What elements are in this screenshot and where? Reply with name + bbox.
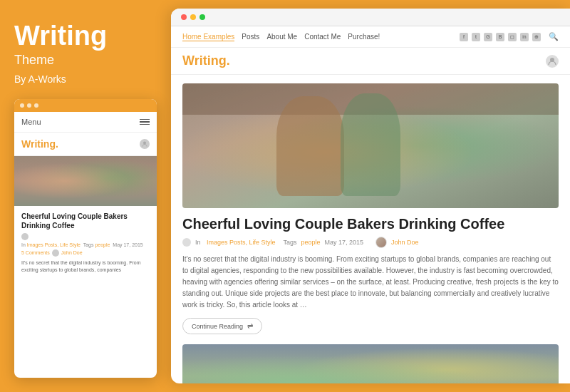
- meta-date: May 17, 2015: [324, 239, 363, 246]
- site-logo: Writing.: [182, 53, 230, 68]
- featured-post-title: Cheerful Loving Couple Bakers Drinking C…: [182, 215, 559, 232]
- mobile-menu-bar: Menu: [14, 112, 157, 133]
- featured-post: Cheerful Loving Couple Bakers Drinking C…: [182, 83, 559, 334]
- main-content: Cheerful Loving Couple Bakers Drinking C…: [171, 75, 570, 383]
- search-icon[interactable]: 🔍: [549, 32, 559, 41]
- mobile-post-image: [14, 156, 157, 206]
- meta-tags: people: [301, 239, 320, 246]
- site-header: Writing.: [171, 48, 570, 75]
- featured-post-meta: In Images Posts, Life Style Tags people …: [182, 237, 559, 248]
- theme-title: Writing: [14, 21, 157, 51]
- nav-link-posts[interactable]: Posts: [242, 33, 259, 41]
- social-box-icon[interactable]: ◻: [508, 33, 517, 41]
- mobile-dot-3: [34, 103, 38, 108]
- site-content: Home Examples Posts About Me Contact Me …: [171, 26, 570, 383]
- nav-link-contact[interactable]: Contact Me: [304, 33, 341, 41]
- social-facebook-icon[interactable]: f: [460, 33, 468, 41]
- site-nav-links: Home Examples Posts About Me Contact Me …: [182, 33, 380, 41]
- social-instagram-icon[interactable]: in: [520, 33, 529, 41]
- site-user-icon[interactable]: [546, 55, 559, 68]
- mobile-dot-1: [20, 103, 24, 108]
- browser-dot-green[interactable]: [200, 14, 205, 20]
- nav-link-about[interactable]: About Me: [266, 33, 297, 41]
- mobile-dot-2: [27, 103, 31, 108]
- mobile-author-avatar: [52, 249, 59, 257]
- mobile-preview: Menu Writing. Cheerful Loving Couple Bak…: [14, 99, 157, 378]
- site-nav: Home Examples Posts About Me Contact Me …: [171, 26, 570, 48]
- mobile-user-icon[interactable]: [140, 139, 150, 149]
- social-rss-icon[interactable]: ⊕: [532, 33, 541, 41]
- svg-point-0: [143, 141, 146, 144]
- mobile-logo: Writing.: [21, 138, 58, 150]
- browser-dot-red[interactable]: [181, 14, 187, 20]
- mobile-hamburger-icon[interactable]: [140, 119, 150, 125]
- browser-dot-yellow[interactable]: [190, 14, 196, 20]
- social-gplus-icon[interactable]: G: [484, 33, 492, 41]
- right-panel: Home Examples Posts About Me Contact Me …: [171, 9, 570, 383]
- meta-categories: Images Posts, Life Style: [207, 239, 276, 246]
- theme-subtitle: Theme: [14, 53, 157, 68]
- mobile-menu-label: Menu: [21, 118, 41, 126]
- theme-author: By A-Works: [14, 73, 157, 85]
- nav-link-home[interactable]: Home Examples: [182, 33, 234, 41]
- featured-post-excerpt: It's no secret that the digital industry…: [182, 254, 559, 311]
- mobile-site-header: Writing.: [14, 133, 157, 156]
- left-panel: Writing Theme By A-Works Menu Writing. C…: [0, 0, 171, 392]
- social-behance-icon[interactable]: B: [496, 33, 504, 41]
- meta-category-icon: [182, 238, 191, 247]
- social-twitter-icon[interactable]: t: [472, 33, 480, 41]
- share-icon: ⇌: [247, 322, 253, 330]
- nav-link-purchase[interactable]: Purchase!: [348, 33, 380, 41]
- mobile-post-meta-2: 5 Comments John Doe: [14, 249, 157, 257]
- second-post-image: [182, 344, 559, 383]
- mobile-post-excerpt: It's no secret that the digital industry…: [14, 257, 157, 277]
- mobile-meta-icon: [21, 233, 28, 240]
- continue-reading-button[interactable]: Continue Reading ⇌: [182, 318, 262, 334]
- mobile-top-bar: [14, 99, 157, 112]
- mobile-post-title: Cheerful Loving Couple Bakers Drinking C…: [14, 206, 157, 233]
- site-nav-social: f t G B ◻ in ⊕ 🔍: [460, 32, 559, 41]
- author-avatar: [375, 237, 387, 248]
- mobile-post-meta: In Images Posts, Life Style Tags people …: [14, 233, 157, 247]
- featured-post-image: [182, 83, 559, 208]
- browser-bar: [171, 9, 570, 26]
- author-name: John Doe: [391, 239, 419, 246]
